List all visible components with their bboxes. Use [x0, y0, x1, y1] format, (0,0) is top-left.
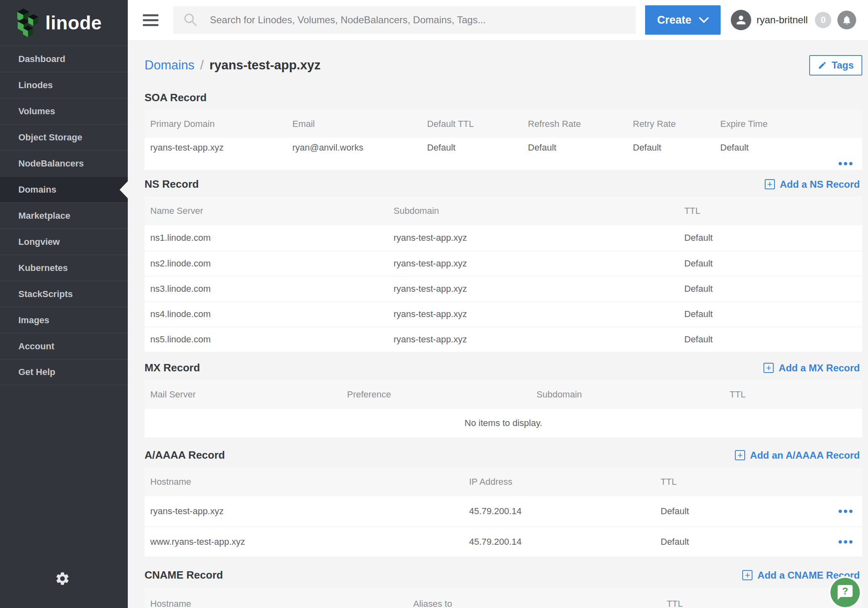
app-root: linode Dashboard Linodes Volumes Object … — [0, 0, 868, 608]
help-button[interactable]: ? — [830, 578, 860, 607]
bell-icon — [841, 15, 852, 25]
table-row: ns4.linode.com ryans-test-app.xyz Defaul… — [145, 301, 862, 326]
main-area: Create ryan-britnell 0 — [128, 0, 868, 608]
search-icon — [183, 13, 198, 27]
mx-section-title: MX Record — [145, 362, 200, 374]
soa-table-header: Primary Domain Email Default TTL Refresh… — [145, 110, 862, 138]
sidebar-item-dashboard[interactable]: Dashboard — [0, 46, 128, 72]
mx-empty-message: No items to display. — [145, 409, 862, 437]
search-bar[interactable] — [173, 6, 636, 34]
linode-logo-icon — [17, 9, 39, 37]
sidebar-nav: Dashboard Linodes Volumes Object Storage… — [0, 46, 128, 385]
add-a-aaaa-record-button[interactable]: + Add an A/AAAA Record — [732, 449, 862, 462]
svg-text:?: ? — [842, 586, 848, 597]
mx-table-header: Mail Server Preference Subdomain TTL — [145, 380, 862, 409]
breadcrumb: Domains / ryans-test-app.xyz — [145, 58, 320, 73]
sidebar-item-kubernetes[interactable]: Kubernetes — [0, 255, 128, 281]
active-item-notch — [120, 181, 128, 198]
add-mx-record-button[interactable]: + Add a MX Record — [761, 362, 862, 374]
table-row: ns1.linode.com ryans-test-app.xyz Defaul… — [145, 225, 862, 251]
a-aaaa-table-header: Hostname IP Address TTL — [145, 468, 862, 496]
soa-table: Primary Domain Email Default TTL Refresh… — [145, 110, 862, 170]
person-icon — [734, 13, 748, 27]
sidebar-item-get-help[interactable]: Get Help — [0, 359, 128, 385]
cname-table: Hostname Aliases to TTL — [145, 588, 862, 608]
table-row: ns2.linode.com ryans-test-app.xyz Defaul… — [145, 251, 862, 276]
sidebar-item-images[interactable]: Images — [0, 307, 128, 333]
chevron-down-icon — [699, 17, 709, 23]
a-aaaa-record-section: A/AAAA Record + Add an A/AAAA Record Hos… — [145, 449, 862, 557]
plus-icon: + — [763, 363, 774, 373]
sidebar-item-longview[interactable]: Longview — [0, 229, 128, 255]
sidebar-item-nodebalancers[interactable]: NodeBalancers — [0, 150, 128, 176]
cname-record-section: CNAME Record + Add a CNAME Record Hostna… — [145, 569, 862, 608]
sidebar-item-volumes[interactable]: Volumes — [0, 98, 128, 124]
avatar — [731, 10, 751, 30]
table-row: ryans-test-app.xyz ryan@anvil.works Defa… — [145, 138, 862, 170]
hamburger-menu-button[interactable] — [143, 14, 158, 26]
help-icon: ? — [836, 584, 854, 601]
search-input[interactable] — [209, 14, 628, 26]
sidebar-item-account[interactable]: Account — [0, 333, 128, 359]
soa-section-title: SOA Record — [145, 91, 207, 104]
notification-badge: 0 — [815, 12, 831, 28]
pencil-icon — [818, 61, 827, 70]
sidebar-item-linodes[interactable]: Linodes — [0, 72, 128, 98]
a-aaaa-section-title: A/AAAA Record — [145, 449, 225, 462]
sidebar-settings-button[interactable] — [55, 571, 70, 588]
user-menu[interactable]: ryan-britnell — [731, 10, 808, 30]
gear-icon — [55, 571, 70, 586]
sidebar: linode Dashboard Linodes Volumes Object … — [0, 0, 128, 608]
tags-button[interactable]: Tags — [809, 55, 862, 75]
logo-text: linode — [45, 12, 102, 34]
sidebar-item-stackscripts[interactable]: StackScripts — [0, 281, 128, 307]
action-menu-button[interactable] — [830, 496, 862, 526]
add-ns-record-button[interactable]: + Add a NS Record — [762, 178, 862, 191]
plus-icon: + — [765, 179, 775, 189]
ns-record-section: NS Record + Add a NS Record Name Server … — [145, 178, 862, 352]
sidebar-item-domains[interactable]: Domains — [0, 176, 128, 202]
table-row: ryans-test-app.xyz 45.79.200.14 Default — [145, 496, 862, 526]
action-menu-button[interactable] — [830, 157, 862, 170]
ns-section-title: NS Record — [145, 178, 199, 191]
notifications-button[interactable] — [837, 11, 856, 29]
breadcrumb-domains-link[interactable]: Domains — [145, 58, 194, 73]
hamburger-icon — [143, 14, 158, 16]
create-button[interactable]: Create — [645, 5, 721, 35]
mx-table: Mail Server Preference Subdomain TTL No … — [145, 380, 862, 437]
content: Domains / ryans-test-app.xyz Tags SOA Re… — [128, 40, 868, 608]
table-row: ns3.linode.com ryans-test-app.xyz Defaul… — [145, 276, 862, 301]
ns-table-header: Name Server Subdomain TTL — [145, 197, 862, 225]
sidebar-item-marketplace[interactable]: Marketplace — [0, 202, 128, 229]
topbar: Create ryan-britnell 0 — [128, 0, 868, 40]
sidebar-item-object-storage[interactable]: Object Storage — [0, 124, 128, 150]
mx-record-section: MX Record + Add a MX Record Mail Server … — [145, 362, 862, 437]
ns-table: Name Server Subdomain TTL ns1.linode.com… — [145, 197, 862, 352]
page-title: ryans-test-app.xyz — [209, 58, 320, 73]
soa-record-section: SOA Record Primary Domain Email Default … — [145, 91, 862, 170]
table-row: ns5.linode.com ryans-test-app.xyz Defaul… — [145, 326, 862, 352]
breadcrumb-separator: / — [200, 58, 204, 73]
username: ryan-britnell — [757, 14, 808, 26]
plus-icon: + — [735, 450, 745, 460]
action-menu-button[interactable] — [830, 527, 862, 557]
linode-logo[interactable]: linode — [0, 0, 128, 46]
cname-section-title: CNAME Record — [145, 569, 223, 581]
table-row: www.ryans-test-app.xyz 45.79.200.14 Defa… — [145, 526, 862, 557]
page-head: Domains / ryans-test-app.xyz Tags — [145, 55, 862, 76]
cname-table-header: Hostname Aliases to TTL — [145, 588, 862, 608]
a-aaaa-table: Hostname IP Address TTL ryans-test-app.x… — [145, 468, 862, 557]
plus-icon: + — [742, 570, 752, 580]
